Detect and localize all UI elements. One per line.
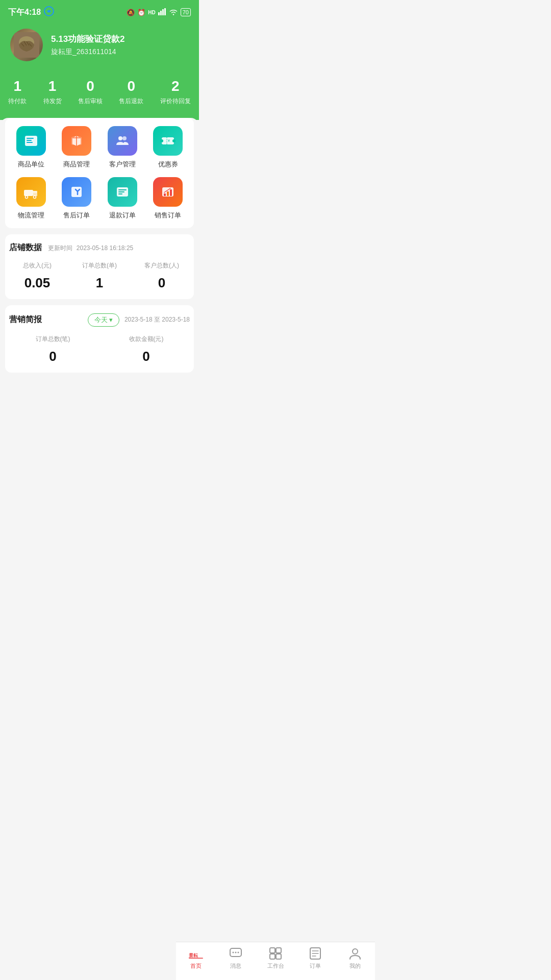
stat-after-sale-refund[interactable]: 0 售后退款 — [119, 78, 143, 106]
update-time-label: 更新时间 2023-05-18 16:18:25 — [48, 244, 133, 252]
shop-data-grid: 总收入(元) 0.05 订单总数(单) 1 客户总数(人) 0 — [9, 261, 190, 291]
stat-review-pending[interactable]: 2 评价待回复 — [160, 78, 191, 106]
svg-rect-2 — [160, 11, 162, 15]
stats-row: 1 待付款 1 待发货 0 售后审核 0 售后退款 2 评价待回复 — [0, 74, 199, 120]
shop-id: 旋耘里_2631611014 — [51, 47, 125, 57]
col-label-0: 总收入(元) — [9, 261, 65, 270]
menu-label-sales-order: 销售订单 — [155, 211, 181, 220]
sync-icon — [44, 6, 54, 19]
col-value-0: 0.05 — [9, 275, 65, 291]
logistics-icon — [16, 177, 46, 207]
svg-rect-27 — [71, 187, 82, 197]
stat-label-refund: 售后退款 — [119, 97, 143, 106]
svg-point-5 — [173, 14, 174, 15]
svg-point-21 — [172, 139, 176, 142]
stat-number-ship: 1 — [48, 78, 57, 95]
menu-item-logistics[interactable]: 物流管理 — [9, 177, 53, 220]
shop-data-header: 店铺数据 更新时间 2023-05-18 16:18:25 — [9, 242, 190, 253]
svg-rect-14 — [27, 140, 32, 141]
svg-rect-34 — [167, 191, 169, 196]
mkt-col-1: 收款金额(元) 0 — [103, 335, 190, 364]
marketing-data: 订单总数(笔) 0 收款金额(元) 0 — [9, 335, 190, 364]
status-time: 下午4:18 — [8, 7, 41, 18]
avatar — [10, 29, 43, 61]
col-value-1: 1 — [71, 275, 128, 291]
svg-point-25 — [25, 195, 28, 198]
svg-rect-15 — [27, 142, 33, 143]
status-icons: 🔕 ⏰ HD 70 — [127, 8, 191, 17]
svg-rect-33 — [164, 193, 166, 196]
stat-pending-payment[interactable]: 1 待付款 — [8, 78, 27, 106]
menu-item-refund-order[interactable]: 退款订单 — [101, 177, 144, 220]
menu-label-coupon: 优惠券 — [158, 160, 178, 169]
shop-data-title: 店铺数据 — [9, 243, 42, 252]
menu-label-logistics: 物流管理 — [18, 211, 44, 220]
menu-label-product-unit: 商品单位 — [18, 160, 44, 169]
menu-item-coupon[interactable]: ¥ 优惠券 — [146, 126, 190, 169]
coupon-icon: ¥ — [153, 126, 183, 156]
menu-item-customer-mgmt[interactable]: 客户管理 — [101, 126, 144, 169]
stat-number-review: 0 — [86, 78, 94, 95]
mkt-value-1: 0 — [103, 349, 190, 364]
menu-label-after-sale-order: 售后订单 — [63, 211, 90, 220]
stat-label-rp: 评价待回复 — [160, 97, 191, 106]
mkt-col-0: 订单总数(笔) 0 — [9, 335, 96, 364]
marketing-header: 营销简报 今天 ▾ 2023-5-18 至 2023-5-18 — [9, 313, 190, 327]
svg-rect-35 — [170, 189, 172, 196]
stat-after-sale-review[interactable]: 0 售后审核 — [78, 78, 103, 106]
stat-number-payment: 1 — [13, 78, 21, 95]
svg-rect-31 — [118, 193, 122, 194]
today-badge[interactable]: 今天 ▾ — [88, 313, 119, 327]
svg-point-17 — [118, 136, 122, 140]
signal-icon — [158, 8, 166, 17]
svg-point-18 — [122, 136, 127, 140]
svg-rect-30 — [118, 191, 124, 192]
shop-data-col-0: 总收入(元) 0.05 — [9, 261, 65, 291]
menu-label-product-mgmt: 商品管理 — [63, 160, 90, 169]
menu-label-refund-order: 退款订单 — [109, 211, 136, 220]
menu-label-customer-mgmt: 客户管理 — [109, 160, 136, 169]
marketing-right: 今天 ▾ 2023-5-18 至 2023-5-18 — [88, 313, 190, 327]
svg-text:¥: ¥ — [168, 139, 170, 142]
after-sale-order-icon — [62, 177, 91, 207]
refund-order-icon — [108, 177, 137, 207]
stat-label-ship: 待发货 — [43, 97, 62, 106]
col-label-1: 订单总数(单) — [71, 261, 128, 270]
stat-pending-ship[interactable]: 1 待发货 — [43, 78, 62, 106]
menu-grid: 商品单位 商品管理 — [9, 126, 190, 220]
col-value-2: 0 — [134, 275, 190, 291]
stat-number-refund: 0 — [128, 78, 136, 95]
stat-number-rp: 2 — [171, 78, 180, 95]
bell-icon: 🔕 — [127, 9, 135, 16]
svg-rect-24 — [24, 190, 33, 196]
marketing-title: 营销简报 — [9, 314, 42, 325]
mkt-label-1: 收款金额(元) — [103, 335, 190, 344]
stat-label-payment: 待付款 — [8, 97, 27, 106]
svg-rect-13 — [27, 138, 34, 139]
main-content: 商品单位 商品管理 — [0, 118, 199, 420]
hd-label: HD — [148, 10, 155, 15]
chevron-down-icon: ▾ — [109, 316, 113, 324]
alarm-icon: ⏰ — [137, 9, 145, 16]
product-unit-icon — [16, 126, 46, 156]
customer-mgmt-icon — [108, 126, 137, 156]
shop-data-card: 店铺数据 更新时间 2023-05-18 16:18:25 总收入(元) 0.0… — [5, 234, 194, 299]
col-label-2: 客户总数(人) — [134, 261, 190, 270]
menu-item-product-mgmt[interactable]: 商品管理 — [55, 126, 99, 169]
svg-rect-3 — [162, 9, 164, 15]
svg-point-26 — [33, 195, 36, 198]
shop-data-col-2: 客户总数(人) 0 — [134, 261, 190, 291]
svg-point-20 — [160, 139, 163, 142]
menu-item-sales-order[interactable]: 销售订单 — [146, 177, 190, 220]
product-mgmt-icon — [62, 126, 91, 156]
marketing-card: 营销简报 今天 ▾ 2023-5-18 至 2023-5-18 订单总数(笔) … — [5, 305, 194, 373]
menu-item-product-unit[interactable]: 商品单位 — [9, 126, 53, 169]
stat-label-review: 售后审核 — [78, 97, 103, 106]
svg-rect-4 — [164, 8, 166, 15]
menu-item-after-sale-order[interactable]: 售后订单 — [55, 177, 99, 220]
menu-card: 商品单位 商品管理 — [5, 118, 194, 228]
status-bar: 下午4:18 🔕 ⏰ HD 7 — [0, 0, 199, 22]
header-text: 5.13功能验证贷款2 旋耘里_2631611014 — [51, 33, 125, 57]
shop-data-col-1: 订单总数(单) 1 — [71, 261, 128, 291]
wifi-icon — [169, 8, 178, 17]
